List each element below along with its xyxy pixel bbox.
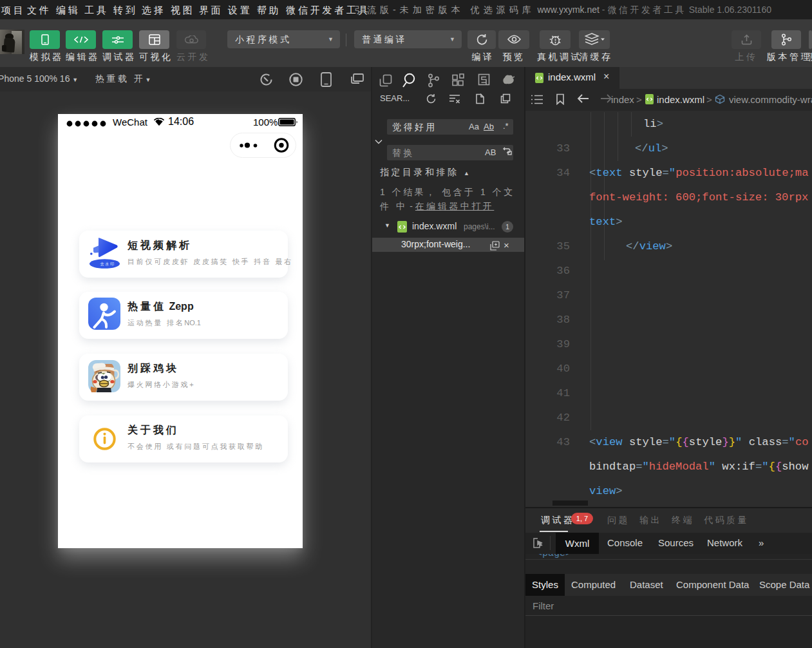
svg-text:去水印: 去水印 bbox=[100, 262, 115, 266]
